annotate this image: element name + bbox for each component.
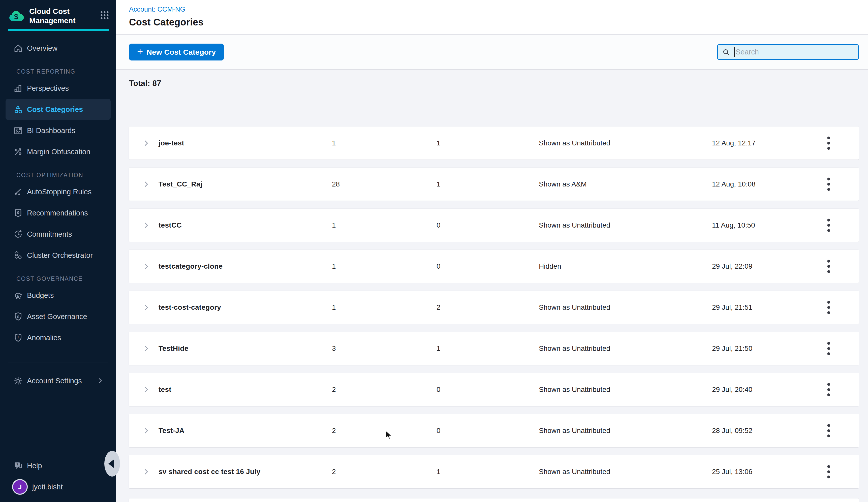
- row-unallocated: Shown as Unattributed: [539, 386, 610, 394]
- sidebar-item-cluster-orchestrator[interactable]: Cluster Orchestrator: [0, 245, 116, 266]
- new-cost-category-label: New Cost Category: [146, 48, 216, 56]
- svg-text:$: $: [17, 294, 19, 297]
- row-name: test-cost-category: [158, 303, 221, 312]
- row-name: joe-test: [158, 139, 184, 147]
- row-menu-button[interactable]: [823, 382, 834, 397]
- sidebar-item-margin-obfuscation[interactable]: Margin Obfuscation: [0, 141, 116, 162]
- piggy-icon: $: [13, 290, 23, 300]
- row-menu-button[interactable]: [823, 341, 834, 356]
- sidebar-item-label: Asset Governance: [27, 313, 87, 321]
- row-name: Test_CC_Raj: [158, 180, 203, 188]
- sidebar-item-commitments[interactable]: Commitments: [0, 223, 116, 245]
- toolbar: + New Cost Category: [116, 35, 868, 70]
- row-unallocated: Shown as A&M: [539, 180, 587, 188]
- row-unallocated: Shown as Unattributed: [539, 303, 610, 312]
- sidebar-collapse-handle[interactable]: [104, 451, 120, 477]
- table-row[interactable]: testcategory-clone10Hidden29 Jul, 22:09: [128, 250, 859, 283]
- sidebar-item-cost-categories[interactable]: Cost Categories: [6, 99, 111, 120]
- sidebar-item-bi-dashboards[interactable]: BI Dashboards: [0, 120, 116, 141]
- sidebar-nav: OverviewCOST REPORTINGPerspectivesCost C…: [0, 38, 116, 348]
- row-name: testCC: [158, 221, 182, 229]
- row-cost-buckets: 2: [332, 427, 336, 435]
- row-name: sv shared cost cc test 16 July: [158, 468, 260, 476]
- row-menu-button[interactable]: [823, 176, 834, 192]
- table-row[interactable]: Test_CC_Raj281Shown as A&M12 Aug, 10:08: [128, 167, 859, 201]
- row-menu-button[interactable]: [823, 135, 834, 151]
- sidebar-item-anomalies[interactable]: !Anomalies: [0, 327, 116, 348]
- row-cost-buckets: 28: [332, 180, 340, 188]
- row-menu-button[interactable]: [823, 423, 834, 439]
- table-row[interactable]: TestHide31Shown as Unattributed29 Jul, 2…: [128, 332, 859, 365]
- shapes-icon: [13, 104, 23, 114]
- new-cost-category-button[interactable]: + New Cost Category: [129, 44, 224, 61]
- row-last-edit: 28 Jul, 09:52: [712, 427, 752, 435]
- row-menu-button[interactable]: [823, 218, 834, 233]
- row-shared-buckets: 0: [436, 221, 441, 229]
- svg-text:?: ?: [16, 463, 18, 467]
- sidebar-user[interactable]: J jyoti.bisht: [0, 476, 116, 498]
- row-expand-chevron-icon[interactable]: [142, 221, 151, 230]
- row-name: test: [158, 386, 172, 394]
- row-expand-chevron-icon[interactable]: [142, 303, 151, 312]
- badge-icon: [13, 208, 23, 218]
- user-name: jyoti.bisht: [32, 483, 63, 491]
- home-icon: [13, 43, 23, 53]
- sidebar-item-help[interactable]: ? Help: [0, 455, 116, 476]
- table-row[interactable]: test20Shown as Unattributed29 Jul, 20:40: [128, 373, 859, 407]
- row-cost-buckets: 2: [332, 468, 336, 476]
- sidebar-divider: [8, 362, 108, 363]
- percent-icon: [13, 147, 23, 157]
- sidebar-item-label: Account Settings: [27, 377, 82, 385]
- row-expand-chevron-icon[interactable]: [142, 139, 151, 147]
- row-name: TestHide: [158, 345, 188, 353]
- breadcrumb[interactable]: Account: CCM-NG: [129, 6, 868, 13]
- search-box[interactable]: [717, 44, 859, 60]
- sidebar-item-label: Cost Categories: [27, 105, 83, 114]
- table-row[interactable]: Test-JA20Shown as Unattributed28 Jul, 09…: [128, 414, 859, 448]
- sidebar-item-budgets[interactable]: $Budgets: [0, 285, 116, 306]
- table-row[interactable]: test-cost-category12Shown as Unattribute…: [128, 291, 859, 324]
- sidebar-item-label: Help: [27, 462, 42, 470]
- row-expand-chevron-icon[interactable]: [142, 385, 151, 394]
- collapse-arrow-icon: [108, 459, 114, 468]
- row-shared-buckets: 0: [436, 262, 441, 270]
- search-input[interactable]: [735, 48, 854, 56]
- module-grid-icon[interactable]: [100, 10, 110, 20]
- row-shared-buckets: 0: [436, 386, 441, 394]
- table-row-partial[interactable]: [128, 498, 859, 502]
- row-expand-chevron-icon[interactable]: [142, 468, 151, 476]
- row-cost-buckets: 1: [332, 139, 336, 147]
- row-name: Test-JA: [158, 427, 185, 435]
- table-row[interactable]: testCC10Shown as Unattributed11 Aug, 10:…: [128, 208, 859, 242]
- help-chat-icon: ?: [13, 461, 23, 471]
- sidebar-item-account-settings[interactable]: Account Settings: [0, 370, 116, 391]
- table-row[interactable]: sv shared cost cc test 16 July21Shown as…: [128, 455, 859, 489]
- row-menu-button[interactable]: [823, 259, 834, 274]
- shield-dollar-icon: $: [13, 312, 23, 322]
- sidebar-item-overview[interactable]: Overview: [0, 38, 116, 59]
- row-expand-chevron-icon[interactable]: [142, 262, 151, 271]
- row-shared-buckets: 1: [436, 345, 441, 353]
- row-shared-buckets: 1: [436, 468, 441, 476]
- table-area: Total: 87 NAME COST BUCKETS SHARED BUCKE…: [116, 70, 868, 502]
- sidebar-item-perspectives[interactable]: Perspectives: [0, 77, 116, 99]
- table-row[interactable]: joe-test11Shown as Unattributed12 Aug, 1…: [128, 126, 859, 160]
- sidebar-item-asset-governance[interactable]: $Asset Governance: [0, 306, 116, 327]
- sidebar-item-recommendations[interactable]: Recommendations: [0, 202, 116, 223]
- sidebar-item-label: Margin Obfuscation: [27, 148, 90, 156]
- cluster-icon: [13, 250, 23, 260]
- svg-text:$: $: [17, 315, 19, 319]
- row-expand-chevron-icon[interactable]: [142, 344, 151, 353]
- row-last-edit: 11 Aug, 10:50: [712, 221, 755, 229]
- row-last-edit: 25 Jul, 13:06: [712, 468, 752, 476]
- row-shared-buckets: 0: [436, 427, 441, 435]
- row-cost-buckets: 1: [332, 262, 336, 270]
- page-header: Account: CCM-NG Cost Categories: [116, 0, 868, 35]
- sidebar-item-label: BI Dashboards: [27, 126, 75, 135]
- sidebar-item-autostopping-rules[interactable]: AutoStopping Rules: [0, 181, 116, 202]
- row-menu-button[interactable]: [823, 464, 834, 480]
- row-menu-button[interactable]: [823, 300, 834, 315]
- row-expand-chevron-icon[interactable]: [142, 180, 151, 188]
- row-expand-chevron-icon[interactable]: [142, 426, 151, 435]
- gear-icon: [13, 376, 23, 386]
